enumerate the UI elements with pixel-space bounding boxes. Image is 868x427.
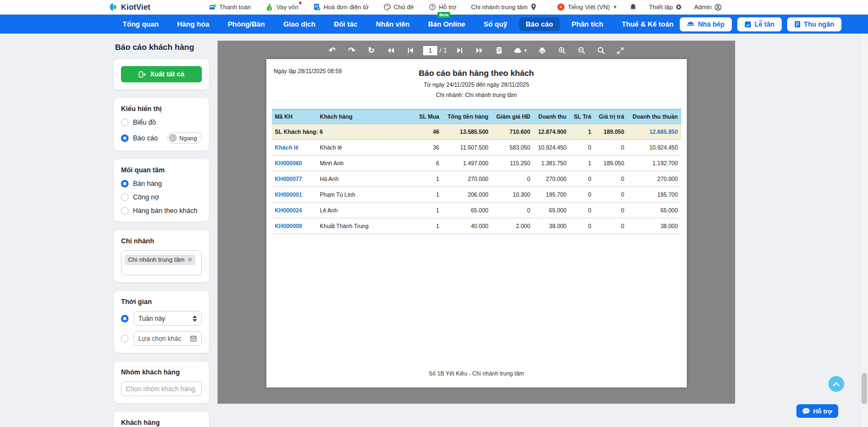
customer-code-cell: KH000001 (272, 187, 317, 203)
value-cell: 0 (595, 187, 628, 203)
main-nav: Tổng quanHàng hóaPhòng/BànGiao dịchĐối t… (0, 15, 868, 34)
topbar-item-label: Chi nhánh trung tâm (471, 4, 527, 10)
language-selector[interactable]: Tiếng Việt (VN) ▼ (557, 3, 617, 11)
customer-code-link[interactable]: KH000060 (275, 160, 302, 166)
radio-icon[interactable] (121, 119, 129, 126)
topbar-item[interactable]: Thanh toán (209, 4, 251, 11)
customer-name-cell: Khách lẻ (317, 140, 415, 156)
value-cell: 0 (570, 203, 595, 218)
user-label: Admin (694, 4, 712, 10)
radio-option[interactable]: Hàng bán theo khách (121, 207, 202, 215)
next-page-icon[interactable] (454, 45, 467, 56)
value-cell: 0 (492, 171, 533, 187)
nav-tab-ph-n-t-ch[interactable]: Phân tích (565, 17, 610, 31)
radio-option[interactable]: Biểu đồ (121, 119, 202, 126)
scroll-to-top-button[interactable] (828, 376, 844, 392)
topbar-item[interactable]: $ Vay vốn (265, 3, 298, 11)
nav-tab-ph-ng-b-n[interactable]: Phòng/Bàn (221, 17, 272, 31)
print-icon[interactable] (536, 45, 549, 56)
fullscreen-icon[interactable] (614, 45, 627, 56)
customer-code-link[interactable]: KH000009 (275, 223, 302, 229)
topbar-item[interactable]: Hỗ trợ Beta (429, 3, 456, 11)
remove-branch-icon[interactable]: ✕ (187, 256, 192, 263)
nav-tab-giao-d-ch[interactable]: Giao dịch (277, 17, 322, 31)
refresh-icon[interactable]: ↻ (365, 45, 378, 56)
nav-quick-button[interactable]: Nhà bếp (680, 17, 731, 31)
radio-icon[interactable] (121, 180, 129, 187)
support-button[interactable]: Hỗ trợ (796, 404, 838, 418)
table-row: KH000060Minh Anh61.497.000115.2501.381.7… (272, 156, 681, 171)
page-scrollbar[interactable] (860, 0, 868, 427)
table-row: KH000009Khuất Thành Trung140.0002.00038.… (272, 218, 681, 234)
nav-tabs: Tổng quanHàng hóaPhòng/BànGiao dịchĐối t… (116, 17, 680, 31)
time-card: Thời gian Tuần này Lựa chọn khác (114, 291, 209, 353)
page-number-input[interactable] (423, 46, 437, 55)
value-cell: 6 (415, 156, 443, 171)
time-preset-select[interactable]: Tuần này (133, 311, 202, 326)
nav-tab-h-ng-h-a[interactable]: Hàng hóa (170, 17, 215, 31)
nav-tab-b-o-c-o[interactable]: Báo cáo (519, 17, 560, 31)
support-icon (429, 3, 436, 11)
customer-group-input[interactable] (121, 381, 202, 396)
report-created-label: Ngày lập 28/11/2025 08:59 (274, 68, 342, 74)
report-table-body: SL Khách hàng: 64613.585.500710.60012.87… (272, 124, 681, 234)
nav-tab-b-n-online[interactable]: Bán Online (422, 17, 472, 31)
branch-multiselect[interactable]: Chi nhánh trung tâm ✕ (121, 250, 202, 275)
nav-button-label: Nhà bếp (698, 21, 724, 28)
radio-option[interactable]: Bán hàng (121, 180, 202, 187)
export-card: Xuất tất cả (114, 59, 209, 89)
export-document-icon[interactable] (493, 45, 506, 56)
redo-icon[interactable]: ↷ (345, 45, 358, 56)
notifications-button[interactable] (629, 3, 637, 11)
customer-code-link[interactable]: KH000024 (275, 207, 302, 214)
nav-quick-button[interactable]: Lễ tân (737, 17, 782, 31)
first-page-icon[interactable] (384, 45, 397, 56)
orientation-toggle[interactable]: Ngang (167, 132, 202, 144)
nav-tab-thu-k-to-n[interactable]: Thuế & Kế toán (615, 17, 680, 31)
export-all-button[interactable]: Xuất tất cả (121, 66, 202, 82)
customer-code-cell: KH000077 (272, 171, 317, 187)
previous-page-icon[interactable] (404, 45, 417, 56)
gear-icon (675, 4, 682, 10)
nav-tab-s-qu-[interactable]: Sổ quỹ (477, 17, 514, 31)
nav-tab-t-ng-quan[interactable]: Tổng quan (116, 17, 165, 31)
export-all-label: Xuất tất cả (150, 70, 184, 78)
customer-code-link[interactable]: KH000001 (275, 191, 302, 198)
radio-option-label: Báo cáo (133, 134, 158, 142)
topbar-item[interactable]: Chủ đề (384, 3, 414, 11)
summary-label: SL Khách hàng: 6 (272, 124, 415, 140)
search-icon[interactable] (595, 45, 608, 56)
value-cell: 1 (415, 187, 443, 203)
zoom-in-icon[interactable] (556, 45, 569, 56)
customer-name-cell: Lê Anh (317, 203, 415, 218)
value-cell: 189.050 (595, 156, 628, 171)
concern-card: Mối quan tâm Bán hàng Công nợ Hàng bán t… (114, 159, 209, 222)
radio-icon[interactable] (121, 207, 129, 215)
summary-value: 1 (570, 124, 595, 140)
topbar-item[interactable]: Hoá đơn điện tử (313, 3, 369, 11)
undo-icon[interactable]: ↶ (326, 45, 339, 56)
bell-icon (629, 3, 637, 11)
last-page-icon[interactable] (473, 45, 486, 56)
kiotviet-logo[interactable]: KiotViet (108, 2, 150, 12)
radio-icon[interactable] (121, 134, 129, 142)
topbar-item[interactable]: Chi nhánh trung tâm (471, 3, 536, 11)
radio-option[interactable]: Công nợ (121, 193, 202, 201)
time-custom-picker[interactable]: Lựa chọn khác (133, 331, 202, 346)
radio-icon[interactable] (121, 193, 129, 201)
customer-code-link[interactable]: Khách lẻ (275, 144, 299, 151)
nav-tab--i-t-c[interactable]: Đối tác (328, 17, 364, 31)
report-sidebar: Báo cáo khách hàng Xuất tất cả Kiểu hiển… (114, 41, 209, 427)
settings-button[interactable]: Thiết lập (649, 4, 682, 10)
nav-tab-nh-n-vi-n[interactable]: Nhân viên (369, 17, 416, 31)
zoom-out-icon[interactable] (575, 45, 588, 56)
scrollbar-thumb[interactable] (861, 373, 867, 404)
top-right-cluster: Tiếng Việt (VN) ▼ Thiết lập Admin (557, 3, 722, 11)
nav-quick-button[interactable]: Thu ngân (787, 17, 841, 31)
customer-code-link[interactable]: KH000077 (275, 176, 302, 182)
time-custom-radio[interactable] (121, 335, 129, 342)
download-menu-icon[interactable]: ▼ (512, 45, 529, 56)
user-menu[interactable]: Admin (694, 4, 722, 11)
time-preset-radio[interactable] (121, 315, 129, 322)
radio-option[interactable]: Báo cáo Ngang (121, 132, 202, 144)
